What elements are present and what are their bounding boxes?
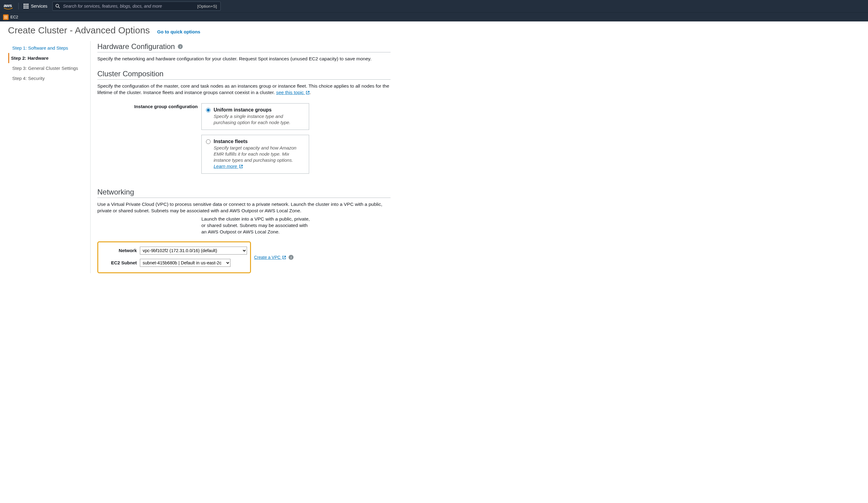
composition-heading: Cluster Composition	[97, 70, 163, 78]
service-chip-ec2[interactable]: EC2	[3, 14, 18, 20]
subnet-select[interactable]: subnet-415b680b | Default in us-east-2c	[140, 259, 230, 267]
grid-icon	[23, 4, 29, 9]
composition-heading-row: Cluster Composition	[97, 70, 391, 80]
main-content: Hardware Configuration i Specify the net…	[91, 41, 391, 273]
networking-heading: Networking	[97, 188, 134, 197]
svg-line-1	[59, 7, 60, 8]
radio-icon	[206, 108, 210, 112]
step-software[interactable]: Step 1: Software and Steps	[11, 43, 85, 53]
networking-heading-row: Networking	[97, 188, 391, 198]
learn-more-link[interactable]: Learn more	[214, 163, 243, 169]
radio-fleets-title: Instance fleets	[214, 139, 248, 144]
svg-line-6	[284, 256, 286, 258]
external-link-icon	[306, 91, 310, 95]
external-link-icon	[282, 255, 286, 260]
info-icon[interactable]: i	[178, 44, 183, 49]
subnet-label: EC2 Subnet	[101, 260, 140, 265]
radio-uniform-title: Uniform instance groups	[214, 107, 271, 113]
search-icon	[55, 4, 60, 9]
search-shortcut-hint: [Option+S]	[197, 4, 217, 9]
services-label: Services	[31, 4, 48, 9]
global-nav: aws Services [Option+S]	[0, 0, 868, 12]
see-topic-link[interactable]: see this topic	[276, 90, 310, 95]
external-link-icon	[239, 164, 243, 169]
hardware-heading: Hardware Configuration	[97, 42, 175, 51]
step-hardware[interactable]: Step 2: Hardware	[8, 53, 85, 63]
svg-rect-3	[6, 17, 7, 18]
hardware-desc: Specify the networking and hardware conf…	[97, 56, 391, 62]
create-vpc-link[interactable]: Create a VPC	[254, 255, 286, 260]
networking-field-block: Launch the cluster into a VPC with a pub…	[97, 216, 391, 238]
hardware-heading-row: Hardware Configuration i	[97, 42, 391, 52]
networking-highlight-box: Network vpc-9bf102f2 (172.31.0.0/16) (de…	[97, 241, 251, 273]
instance-group-config-label: Instance group configuration	[97, 103, 202, 109]
composition-desc: Specify the configuration of the master,…	[97, 83, 391, 96]
networking-desc: Use a Virtual Private Cloud (VPC) to pro…	[97, 201, 391, 214]
service-breadcrumb-bar: EC2	[0, 12, 868, 21]
svg-line-4	[308, 91, 309, 93]
network-select[interactable]: vpc-9bf102f2 (172.31.0.0/16) (default)	[140, 247, 247, 254]
search-input[interactable]	[52, 1, 221, 11]
instance-group-config-row: Instance group configuration Uniform ins…	[97, 103, 391, 179]
step-general[interactable]: Step 3: General Cluster Settings	[11, 63, 85, 73]
quick-options-link[interactable]: Go to quick options	[157, 29, 200, 34]
radio-instance-fleets[interactable]: Instance fleets Specify target capacity …	[202, 135, 309, 174]
ec2-icon	[3, 14, 9, 20]
svg-point-0	[56, 4, 59, 7]
radio-icon	[206, 139, 210, 144]
services-menu-button[interactable]: Services	[22, 2, 49, 10]
page-title: Create Cluster - Advanced Options	[8, 25, 150, 36]
aws-logo[interactable]: aws	[4, 3, 13, 10]
radio-fleets-desc: Specify target capacity and how Amazon E…	[214, 145, 304, 170]
svg-line-5	[240, 165, 242, 167]
radio-uniform-groups[interactable]: Uniform instance groups Specify a single…	[202, 103, 309, 130]
info-icon[interactable]: i	[289, 255, 293, 260]
service-chip-label: EC2	[10, 15, 18, 19]
networking-help-text: Launch the cluster into a VPC with a pub…	[202, 216, 310, 235]
network-label: Network	[101, 248, 140, 253]
separator	[18, 3, 19, 10]
radio-uniform-desc: Specify a single instance type and purch…	[214, 113, 304, 126]
global-search: [Option+S]	[52, 1, 221, 11]
step-security[interactable]: Step 4: Security	[11, 73, 85, 83]
page-header: Create Cluster - Advanced Options Go to …	[8, 25, 860, 36]
wizard-steps-sidebar: Step 1: Software and Steps Step 2: Hardw…	[8, 41, 91, 273]
networking-controls-row: Network vpc-9bf102f2 (172.31.0.0/16) (de…	[97, 241, 391, 273]
